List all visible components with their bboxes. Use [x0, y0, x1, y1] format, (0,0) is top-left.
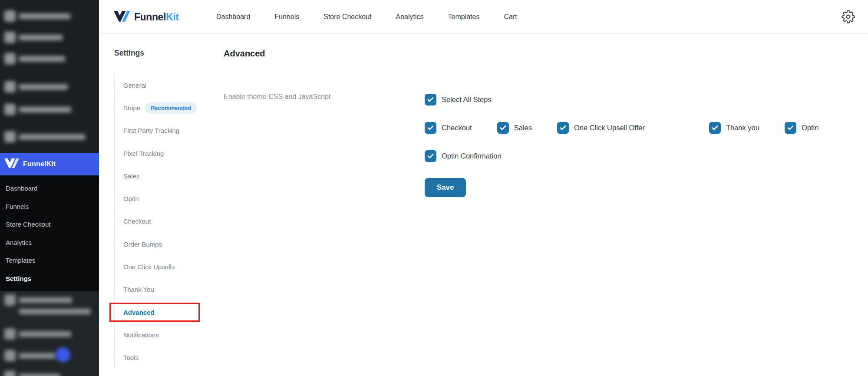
sidebar-item-analytics[interactable]: Analytics [0, 234, 99, 252]
save-button[interactable]: Save [425, 178, 466, 197]
blurred-menu-icon [4, 81, 16, 92]
settings-panel-title: Settings [114, 49, 144, 58]
wp-admin-sidebar: FunnelKit DashboardFunnelsStore Checkout… [0, 0, 99, 376]
settings-nav-label: Tools [123, 354, 139, 361]
sidebar-item-store-checkout[interactable]: Store Checkout [0, 215, 99, 234]
blurred-menu-icon [4, 104, 16, 115]
step-optin-item: Optin [785, 122, 818, 134]
sidebar-item-funnels[interactable]: Funnels [0, 198, 99, 216]
step-checkout-item: Checkout [425, 122, 472, 134]
sidebar-funnelkit-label: FunnelKit [23, 160, 56, 168]
blurred-menu-icon [4, 371, 16, 376]
blurred-menu-icon [4, 328, 16, 340]
step-sales-item: Sales [497, 122, 532, 134]
select-all-steps-row: Select All Steps [425, 94, 492, 106]
step-sales-checkbox[interactable] [497, 122, 509, 134]
settings-nav-item-stripe[interactable]: StripeRecommended [123, 96, 208, 119]
topbar-nav: DashboardFunnelsStore CheckoutAnalyticsT… [216, 0, 517, 34]
settings-nav-label: Notifications [123, 331, 159, 339]
step-one-click-upsell-offer-checkbox[interactable] [557, 122, 569, 134]
blurred-menu-icon [4, 32, 16, 43]
funnelkit-settings-page: FunnelKit DashboardFunnelsStore Checkout… [0, 0, 868, 376]
funnelkit-topbar: FunnelKit DashboardFunnelsStore Checkout… [99, 0, 868, 34]
steps-checkbox-row: CheckoutSalesOne Click Upsell OfferThank… [425, 122, 844, 134]
blurred-menu-icon [4, 131, 16, 142]
blurred-menu-icon [4, 294, 16, 306]
settings-nav-item-optin[interactable]: Optin [123, 187, 208, 210]
settings-nav-label: Optin [123, 195, 139, 202]
optin-confirmation-item: Optin Confirmation [425, 150, 502, 162]
sidebar-item-settings[interactable]: Settings [0, 270, 99, 288]
blurred-menu-icon [4, 53, 16, 64]
topnav-analytics[interactable]: Analytics [396, 13, 423, 21]
funnelkit-logo-icon [114, 10, 130, 24]
optin-confirmation-label: Optin Confirmation [442, 152, 502, 160]
settings-nav-label: Order Bumps [123, 241, 162, 248]
settings-nav-item-tools[interactable]: Tools [123, 346, 208, 369]
funnelkit-logo-icon [4, 158, 19, 170]
page-title: Advanced [224, 49, 265, 59]
field-label-enable-theme-css: Enable theme CSS and JavaScript [224, 93, 330, 101]
select-all-steps-item: Select All Steps [425, 94, 492, 106]
topnav-store-checkout[interactable]: Store Checkout [323, 13, 371, 21]
settings-nav-item-first-party-tracking[interactable]: First Party Tracking [123, 119, 208, 142]
settings-nav: GeneralStripeRecommendedFirst Party Trac… [114, 74, 208, 369]
settings-nav-label: Thank You [123, 286, 154, 293]
settings-nav-item-sales[interactable]: Sales [123, 165, 208, 187]
topnav-cart[interactable]: Cart [504, 13, 517, 21]
settings-nav-label: Checkout [123, 218, 151, 225]
select-all-steps-checkbox[interactable] [425, 94, 436, 106]
settings-nav-label: Sales [123, 172, 140, 180]
settings-nav-item-general[interactable]: General [123, 74, 208, 96]
step-checkout-label: Checkout [442, 124, 472, 132]
blurred-menu-icon [4, 10, 16, 22]
settings-nav-item-notifications[interactable]: Notifications [123, 323, 208, 346]
funnelkit-logo-text: FunnelKit [134, 11, 178, 23]
step-sales-label: Sales [514, 124, 532, 132]
settings-nav-item-order-bumps[interactable]: Order Bumps [123, 233, 208, 255]
wp-sidebar-blurred-top [0, 0, 99, 153]
wp-sidebar-blurred-bottom [0, 291, 99, 376]
settings-nav-label: First Party Tracking [123, 127, 179, 134]
step-optin-label: Optin [802, 124, 818, 132]
step-one-click-upsell-offer-item: One Click Upsell Offer [557, 122, 645, 134]
settings-nav-item-checkout[interactable]: Checkout [123, 210, 208, 233]
settings-nav-item-advanced[interactable]: Advanced [123, 301, 208, 323]
settings-nav-label: One Click Upsells [123, 263, 175, 270]
optin-confirmation-checkbox[interactable] [425, 150, 436, 162]
funnelkit-logo[interactable]: FunnelKit [114, 0, 178, 34]
topnav-templates[interactable]: Templates [448, 13, 480, 21]
step-thank-you-item: Thank you [709, 122, 759, 134]
topnav-dashboard[interactable]: Dashboard [216, 13, 250, 21]
settings-nav-item-one-click-upsells[interactable]: One Click Upsells [123, 255, 208, 278]
step-optin-checkbox[interactable] [785, 122, 796, 134]
optin-confirmation-row: Optin Confirmation [425, 150, 502, 162]
settings-nav-label: Pixel Tracking [123, 150, 164, 157]
select-all-steps-label: Select All Steps [442, 96, 492, 104]
gear-icon[interactable] [842, 10, 855, 23]
step-one-click-upsell-offer-label: One Click Upsell Offer [574, 124, 645, 132]
settings-nav-label: Stripe [123, 104, 140, 112]
step-thank-you-label: Thank you [726, 124, 759, 132]
step-checkout-checkbox[interactable] [425, 122, 436, 134]
recommended-badge: Recommended [145, 102, 197, 113]
blurred-menu-icon [4, 350, 16, 361]
sidebar-item-templates[interactable]: Templates [0, 251, 99, 270]
settings-nav-label: General [123, 82, 146, 89]
settings-nav-item-pixel-tracking[interactable]: Pixel Tracking [123, 142, 208, 165]
sidebar-item-dashboard[interactable]: Dashboard [0, 179, 99, 198]
wp-sidebar-submenu: DashboardFunnelsStore CheckoutAnalyticsT… [0, 175, 99, 291]
settings-nav-label: Advanced [123, 309, 155, 316]
notification-count-badge [56, 347, 70, 362]
step-thank-you-checkbox[interactable] [709, 122, 721, 134]
sidebar-item-funnelkit[interactable]: FunnelKit [0, 153, 99, 175]
topnav-funnels[interactable]: Funnels [274, 13, 299, 21]
settings-nav-item-thank-you[interactable]: Thank You [123, 278, 208, 301]
